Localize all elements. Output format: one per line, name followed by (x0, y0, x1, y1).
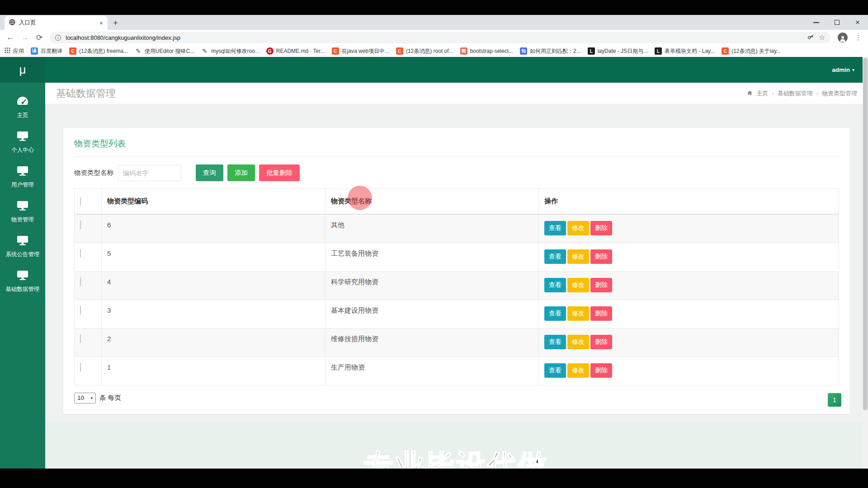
bookmark-item[interactable]: C(12条消息) 关于lay... (722, 47, 781, 55)
edit-button[interactable]: 修改 (567, 306, 589, 321)
view-button[interactable]: 查看 (544, 306, 566, 321)
delete-button[interactable]: 删除 (590, 363, 612, 378)
page-number-button[interactable]: 1 (828, 393, 841, 407)
window-maximize-button[interactable] (826, 15, 847, 30)
pagination-bar: 10 ▾ 条 每页 (74, 393, 839, 404)
bookmark-item[interactable]: 知如何用正则匹配：2... (520, 47, 581, 55)
gitee-favicon-icon: G (266, 47, 274, 55)
sidebar-item-materials[interactable]: 物资管理 (0, 194, 45, 229)
sidebar-item-label: 主页 (17, 112, 28, 119)
cell-name: 其他 (326, 214, 539, 243)
password-key-icon[interactable] (807, 34, 815, 41)
scrollbar-thumb[interactable] (863, 58, 868, 410)
tab-close-icon[interactable]: × (99, 20, 103, 26)
delete-button[interactable]: 删除 (590, 335, 612, 349)
view-button[interactable]: 查看 (544, 278, 566, 292)
browser-tab[interactable]: 入口页 × (5, 16, 108, 30)
row-checkbox[interactable] (80, 334, 81, 343)
bookmark-item[interactable]: ✎mysql如何修改roo... (201, 47, 259, 55)
row-checkbox[interactable] (80, 249, 81, 258)
csdn-favicon-icon: C (332, 47, 339, 55)
search-label: 物资类型名称 (74, 169, 113, 177)
browser-tab-bar: 入口页 × + × (0, 15, 868, 30)
search-input[interactable] (118, 165, 181, 181)
tab-title: 入口页 (19, 19, 96, 27)
bookmark-item[interactable]: C在java web项目中... (332, 47, 389, 55)
monitor-icon (16, 165, 29, 178)
watermark-text: 专业毕设代做 (364, 446, 549, 469)
letterbox-bottom (0, 469, 868, 488)
baidu-translate-favicon-icon: 译 (31, 47, 38, 55)
page-footer: 专业毕设代做 (45, 422, 868, 469)
cell-name: 工艺装备用物资 (326, 243, 539, 271)
page-size-select[interactable]: 10 ▾ (74, 393, 96, 404)
sidebar-item-label: 系统公告管理 (6, 251, 40, 258)
browser-menu-icon[interactable]: ⋮ (855, 33, 862, 42)
bookmark-item[interactable]: C(12条消息) freema... (69, 47, 128, 55)
page-info-icon[interactable]: i (55, 35, 61, 41)
new-tab-button[interactable]: + (113, 18, 118, 30)
delete-button[interactable]: 删除 (590, 249, 612, 264)
breadcrumb-base-data[interactable]: 基础数据管理 (778, 89, 813, 98)
layui-favicon-icon: L (588, 47, 595, 55)
bookmark-item[interactable]: GREADME.md · Ter... (266, 47, 325, 55)
table-row: 6 其他 查看修改删除 (75, 214, 839, 243)
bookmark-label: (12条消息) root of... (406, 47, 453, 55)
cell-name: 维修技措用物资 (326, 328, 539, 357)
view-button[interactable]: 查看 (544, 363, 566, 378)
sidebar-item-home[interactable]: 主页 (0, 90, 45, 125)
reload-icon[interactable]: ⟳ (36, 33, 42, 42)
bookmark-item[interactable]: C(12条消息) root of... (396, 47, 453, 55)
bookmark-item[interactable]: ✎使用UEditor 报错C... (135, 47, 194, 55)
sidebar-item-label: 用户管理 (11, 181, 34, 189)
delete-button[interactable]: 删除 (590, 221, 612, 235)
browser-profile-avatar[interactable] (838, 33, 848, 42)
bookmark-item[interactable]: LlayDate - JS日期与... (588, 47, 648, 55)
sidebar-item-users[interactable]: 用户管理 (0, 160, 45, 194)
delete-button[interactable]: 删除 (590, 306, 612, 321)
query-button[interactable]: 查询 (196, 164, 223, 181)
scrollbar[interactable] (863, 57, 868, 469)
bookmark-star-icon[interactable]: ☆ (819, 33, 825, 42)
maximize-icon (835, 20, 840, 25)
view-button[interactable]: 查看 (544, 249, 566, 264)
address-bar[interactable]: i localhost:8080/cangkuguanlixitong/inde… (50, 32, 830, 43)
sidebar-item-profile[interactable]: 个人中心 (0, 125, 45, 160)
delete-button[interactable]: 删除 (590, 278, 612, 292)
breadcrumb-home[interactable]: 主页 (756, 89, 768, 98)
cell-code: 2 (102, 328, 326, 357)
bookmark-item[interactable]: 简bootstrap-select... (460, 47, 513, 55)
row-checkbox[interactable] (80, 221, 81, 229)
edit-button[interactable]: 修改 (567, 335, 589, 349)
forward-icon[interactable]: → (21, 33, 29, 42)
batch-delete-button[interactable]: 批量删除 (259, 164, 300, 181)
url-text[interactable]: localhost:8080/cangkuguanlixitong/index.… (66, 34, 802, 41)
page-size-value: 10 (77, 394, 84, 401)
edit-button[interactable]: 修改 (567, 221, 589, 235)
row-checkbox[interactable] (80, 306, 81, 314)
chevron-down-icon[interactable]: ▾ (852, 67, 854, 72)
bookmark-item[interactable]: 译百度翻译 (31, 47, 62, 55)
sidebar-item-label: 基础数据管理 (6, 286, 40, 293)
edit-button[interactable]: 修改 (567, 249, 589, 264)
row-checkbox[interactable] (80, 277, 81, 286)
table-row: 3 基本建设用物资 查看修改删除 (75, 300, 839, 328)
view-button[interactable]: 查看 (544, 335, 566, 349)
monitor-icon (16, 235, 29, 248)
sidebar-item-base-data[interactable]: 基础数据管理 (0, 264, 45, 299)
view-button[interactable]: 查看 (544, 221, 566, 235)
back-icon[interactable]: ← (6, 33, 14, 42)
add-button[interactable]: 添加 (227, 164, 255, 181)
user-menu[interactable]: admin (832, 66, 850, 73)
window-close-button[interactable]: × (847, 15, 868, 30)
edit-button[interactable]: 修改 (567, 363, 589, 378)
edit-button[interactable]: 修改 (567, 278, 589, 292)
monitor-icon (16, 131, 29, 143)
select-all-checkbox[interactable] (80, 197, 81, 206)
cell-name: 基本建设用物资 (326, 300, 539, 328)
row-checkbox[interactable] (80, 363, 81, 371)
apps-button[interactable]: 应用 (5, 47, 24, 55)
window-minimize-button[interactable] (806, 15, 826, 30)
bookmark-item[interactable]: L表单模块文档 - Lay... (655, 47, 715, 55)
sidebar-item-announcements[interactable]: 系统公告管理 (0, 229, 45, 264)
